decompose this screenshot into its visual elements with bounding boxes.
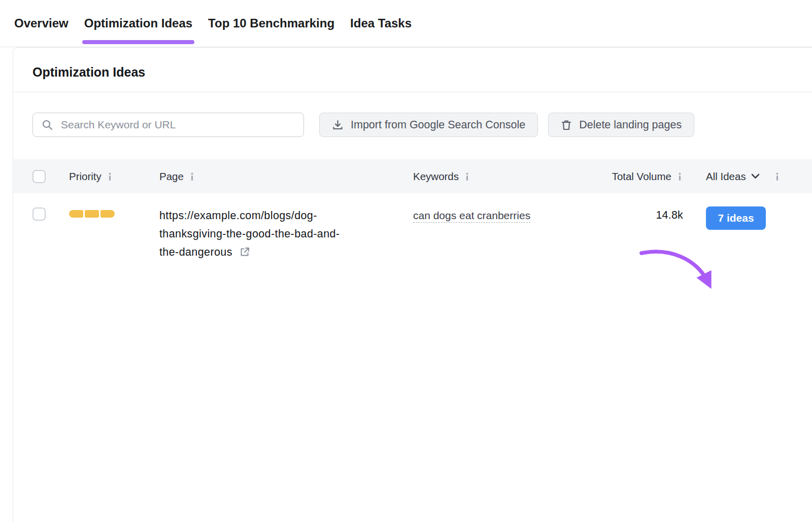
select-all-checkbox[interactable] bbox=[32, 170, 46, 183]
tab-label: Overview bbox=[14, 16, 69, 30]
panel-title: Optimization Ideas bbox=[13, 48, 812, 92]
download-icon bbox=[332, 119, 344, 131]
table-header: Priority Page Keywords Total Volume All … bbox=[13, 159, 812, 193]
tab-idea-tasks[interactable]: Idea Tasks bbox=[350, 0, 412, 47]
import-gsc-label: Import from Google Search Console bbox=[351, 119, 525, 131]
keywords-column-header: Keywords bbox=[413, 170, 459, 183]
delete-landing-pages-button[interactable]: Delete landing pages bbox=[548, 113, 694, 137]
tab-top-10-benchmarking[interactable]: Top 10 Benchmarking bbox=[208, 0, 334, 47]
search-box bbox=[32, 113, 304, 137]
row-checkbox[interactable] bbox=[32, 207, 46, 221]
tab-overview[interactable]: Overview bbox=[14, 0, 69, 47]
toolbar: Import from Google Search Console Delete… bbox=[13, 92, 812, 159]
info-icon[interactable] bbox=[774, 172, 781, 181]
total-volume-value: 14.8k bbox=[586, 206, 683, 222]
tab-label: Idea Tasks bbox=[350, 16, 412, 30]
table-row: https://example.com/blogs/dog-thanksgivi… bbox=[13, 193, 812, 522]
import-gsc-button[interactable]: Import from Google Search Console bbox=[319, 113, 538, 137]
optimization-ideas-panel: Optimization Ideas Import from Google Se… bbox=[13, 47, 812, 522]
tab-optimization-ideas[interactable]: Optimization Ideas bbox=[84, 0, 192, 47]
priority-column-header: Priority bbox=[69, 170, 101, 183]
tab-bar: Overview Optimization Ideas Top 10 Bench… bbox=[0, 0, 812, 47]
chevron-down-icon[interactable] bbox=[751, 173, 760, 179]
info-icon[interactable] bbox=[464, 172, 470, 181]
info-icon[interactable] bbox=[107, 172, 113, 181]
total-volume-column-header: Total Volume bbox=[612, 170, 671, 183]
trash-icon bbox=[561, 119, 572, 131]
keyword-link[interactable]: can dogs eat cranberries bbox=[413, 210, 530, 221]
search-icon bbox=[41, 119, 53, 131]
active-tab-underline bbox=[82, 40, 194, 44]
delete-landing-pages-label: Delete landing pages bbox=[579, 119, 682, 131]
info-icon[interactable] bbox=[676, 172, 683, 181]
page-column-header: Page bbox=[159, 170, 184, 183]
info-icon[interactable] bbox=[189, 172, 195, 181]
page: Overview Optimization Ideas Top 10 Bench… bbox=[0, 0, 812, 522]
external-link-icon[interactable] bbox=[240, 247, 250, 259]
tab-label: Top 10 Benchmarking bbox=[208, 16, 334, 30]
ideas-filter-dropdown[interactable]: All Ideas bbox=[706, 170, 746, 183]
search-input[interactable] bbox=[60, 118, 295, 131]
tab-label: Optimization Ideas bbox=[84, 16, 192, 30]
ideas-button[interactable]: 7 ideas bbox=[706, 206, 766, 230]
priority-indicator bbox=[69, 206, 115, 218]
